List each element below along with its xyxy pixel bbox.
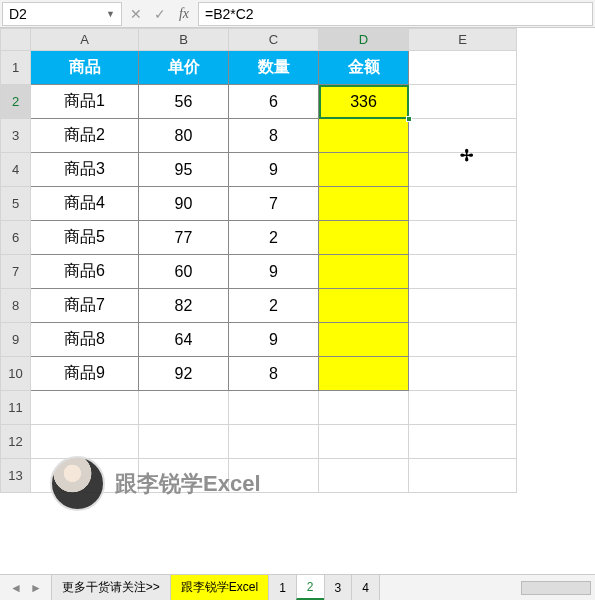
name-box-dropdown-icon[interactable]: ▼ [106, 9, 115, 19]
cell-B9[interactable]: 64 [139, 323, 229, 357]
cancel-icon[interactable]: ✕ [124, 6, 148, 22]
sheet-tab-4[interactable]: 3 [324, 575, 353, 600]
cell-E7[interactable] [409, 255, 517, 289]
cell-E6[interactable] [409, 221, 517, 255]
cell-C1[interactable]: 数量 [229, 51, 319, 85]
row-header-9[interactable]: 9 [1, 323, 31, 357]
tab-nav-next-icon[interactable]: ► [26, 581, 46, 595]
cell-A8[interactable]: 商品7 [31, 289, 139, 323]
cell-D1[interactable]: 金额 [319, 51, 409, 85]
cell-D12[interactable] [319, 425, 409, 459]
cell-B12[interactable] [139, 425, 229, 459]
cell-D13[interactable] [319, 459, 409, 493]
row-header-8[interactable]: 8 [1, 289, 31, 323]
cell-E12[interactable] [409, 425, 517, 459]
cell-E2[interactable] [409, 85, 517, 119]
cell-C4[interactable]: 9 [229, 153, 319, 187]
select-all-corner[interactable] [1, 29, 31, 51]
cell-E4[interactable] [409, 153, 517, 187]
cell-B1[interactable]: 单价 [139, 51, 229, 85]
cell-C6[interactable]: 2 [229, 221, 319, 255]
row-header-3[interactable]: 3 [1, 119, 31, 153]
cell-D2[interactable]: 336 [319, 85, 409, 119]
cell-A4[interactable]: 商品3 [31, 153, 139, 187]
cell-B10[interactable]: 92 [139, 357, 229, 391]
confirm-icon[interactable]: ✓ [148, 6, 172, 22]
row-header-10[interactable]: 10 [1, 357, 31, 391]
cell-E10[interactable] [409, 357, 517, 391]
horizontal-scrollbar[interactable] [521, 581, 591, 595]
col-header-d[interactable]: D [319, 29, 409, 51]
cell-B6[interactable]: 77 [139, 221, 229, 255]
cell-A12[interactable] [31, 425, 139, 459]
cell-B3[interactable]: 80 [139, 119, 229, 153]
row-header-13[interactable]: 13 [1, 459, 31, 493]
cell-A3[interactable]: 商品2 [31, 119, 139, 153]
col-header-b[interactable]: B [139, 29, 229, 51]
formula-input[interactable]: =B2*C2 [198, 2, 593, 26]
cell-E13[interactable] [409, 459, 517, 493]
cell-E5[interactable] [409, 187, 517, 221]
cell-D8[interactable] [319, 289, 409, 323]
row-header-5[interactable]: 5 [1, 187, 31, 221]
cell-C10[interactable]: 8 [229, 357, 319, 391]
cell-C8[interactable]: 2 [229, 289, 319, 323]
name-box[interactable]: D2 ▼ [2, 2, 122, 26]
row-header-7[interactable]: 7 [1, 255, 31, 289]
row-5: 5商品4907 [1, 187, 517, 221]
cell-B5[interactable]: 90 [139, 187, 229, 221]
row-header-6[interactable]: 6 [1, 221, 31, 255]
cell-A10[interactable]: 商品9 [31, 357, 139, 391]
cell-D3[interactable] [319, 119, 409, 153]
sheet-tab-0[interactable]: 更多干货请关注>> [51, 575, 171, 600]
cell-C7[interactable]: 9 [229, 255, 319, 289]
fx-icon[interactable]: fx [172, 6, 196, 22]
cell-E8[interactable] [409, 289, 517, 323]
cell-D10[interactable] [319, 357, 409, 391]
cell-B11[interactable] [139, 391, 229, 425]
cell-A7[interactable]: 商品6 [31, 255, 139, 289]
cell-B4[interactable]: 95 [139, 153, 229, 187]
cell-A6[interactable]: 商品5 [31, 221, 139, 255]
cell-A1[interactable]: 商品 [31, 51, 139, 85]
cell-D5[interactable] [319, 187, 409, 221]
cell-E9[interactable] [409, 323, 517, 357]
col-header-c[interactable]: C [229, 29, 319, 51]
row-header-2[interactable]: 2 [1, 85, 31, 119]
cell-C5[interactable]: 7 [229, 187, 319, 221]
cell-B2[interactable]: 56 [139, 85, 229, 119]
sheet-tab-2[interactable]: 1 [268, 575, 297, 600]
cell-C11[interactable] [229, 391, 319, 425]
cell-A9[interactable]: 商品8 [31, 323, 139, 357]
cell-B8[interactable]: 82 [139, 289, 229, 323]
cell-E1[interactable] [409, 51, 517, 85]
cell-D9[interactable] [319, 323, 409, 357]
cell-A5[interactable]: 商品4 [31, 187, 139, 221]
row-header-4[interactable]: 4 [1, 153, 31, 187]
cell-D7[interactable] [319, 255, 409, 289]
cell-A11[interactable] [31, 391, 139, 425]
worksheet-grid[interactable]: A B C D E 1商品单价数量金额2商品15663363商品28084商品3… [0, 28, 595, 573]
cell-D6[interactable] [319, 221, 409, 255]
sheet-tab-5[interactable]: 4 [351, 575, 380, 600]
row-header-1[interactable]: 1 [1, 51, 31, 85]
cell-C3[interactable]: 8 [229, 119, 319, 153]
sheet-tab-3[interactable]: 2 [296, 575, 325, 600]
col-header-e[interactable]: E [409, 29, 517, 51]
sheet-tabs-bar: ◄ ► 更多干货请关注>>跟李锐学Excel1234 [0, 574, 595, 600]
row-header-12[interactable]: 12 [1, 425, 31, 459]
col-header-a[interactable]: A [31, 29, 139, 51]
cell-B7[interactable]: 60 [139, 255, 229, 289]
cell-D4[interactable] [319, 153, 409, 187]
cell-C12[interactable] [229, 425, 319, 459]
row-header-11[interactable]: 11 [1, 391, 31, 425]
cell-D11[interactable] [319, 391, 409, 425]
cell-E3[interactable] [409, 119, 517, 153]
cell-C2[interactable]: 6 [229, 85, 319, 119]
tab-nav-prev-icon[interactable]: ◄ [6, 581, 26, 595]
cell-A2[interactable]: 商品1 [31, 85, 139, 119]
cell-C9[interactable]: 9 [229, 323, 319, 357]
cell-E11[interactable] [409, 391, 517, 425]
fill-handle[interactable] [406, 116, 412, 122]
sheet-tab-1[interactable]: 跟李锐学Excel [170, 575, 269, 600]
